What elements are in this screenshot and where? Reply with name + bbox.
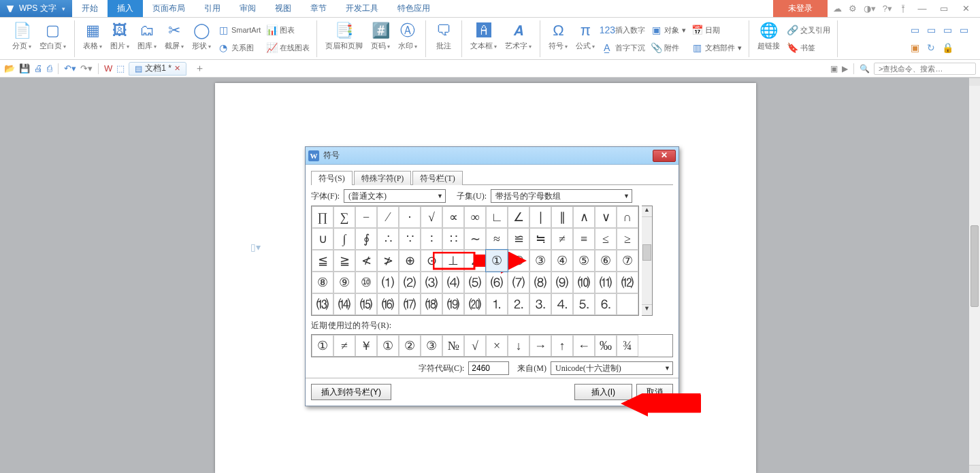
char-code-input[interactable] <box>468 361 509 375</box>
recent-symbol-cell[interactable]: ￥ <box>355 335 377 357</box>
symbol-cell[interactable]: ∧ <box>573 206 595 228</box>
misc3-button[interactable]: ▭ <box>941 22 954 38</box>
symbol-cell[interactable]: ∷ <box>442 228 464 250</box>
dlg-tab-symbols[interactable]: 符号(S) <box>311 171 353 185</box>
symbol-cell[interactable]: ⑸ <box>464 272 486 293</box>
cloud-icon[interactable]: ☁ <box>832 3 843 14</box>
symbol-cell[interactable]: ∪ <box>312 228 333 250</box>
symbol-cell[interactable]: ⑤ <box>573 250 595 272</box>
scroll-down-button[interactable] <box>969 465 980 473</box>
dropcap-button[interactable]: A̲首字下沉 <box>600 39 647 56</box>
symbol-cell[interactable]: √ <box>421 206 442 228</box>
doc-parts-button[interactable]: ▥文档部件▾ <box>690 39 743 56</box>
tab-references[interactable]: 引用 <box>195 0 230 17</box>
maximize-button[interactable]: ▭ <box>935 3 953 15</box>
symbol-cell[interactable]: ≠ <box>551 228 573 250</box>
tab-view[interactable]: 视图 <box>265 0 301 17</box>
print-preview-icon[interactable]: ⎙ <box>47 63 52 74</box>
symbol-cell[interactable]: ⒍ <box>595 293 617 315</box>
symbol-cell[interactable]: ∙ <box>399 206 421 228</box>
search-icon[interactable]: 🔍 <box>860 64 870 74</box>
cancel-button[interactable]: 取消 <box>636 384 673 400</box>
comment-button[interactable]: 🗨 批注 <box>431 20 456 52</box>
tab-special[interactable]: 特色应用 <box>388 0 440 17</box>
tab-dev-tools[interactable]: 开发工具 <box>336 0 388 17</box>
symbol-cell[interactable]: ∶ <box>421 228 442 250</box>
gear-icon[interactable]: ⚙ <box>847 3 858 14</box>
scroll-up-icon[interactable]: ▲ <box>642 206 652 217</box>
misc6-button[interactable]: ↻ <box>924 39 938 56</box>
symbol-cell[interactable]: ⒃ <box>377 293 399 315</box>
dialog-titlebar[interactable]: W 符号 ✕ <box>306 147 679 165</box>
textbox-button[interactable]: 🅰 文本框▾ <box>468 20 500 52</box>
recent-symbol-cell[interactable]: ← <box>573 335 595 357</box>
page-number-button[interactable]: #️⃣ 页码▾ <box>368 20 393 52</box>
from-combo[interactable]: Unicode(十六进制) ▼ <box>551 361 673 375</box>
wps-red-icon[interactable]: W <box>104 63 112 74</box>
symbol-cell[interactable]: ⒉ <box>508 293 529 315</box>
symbol-cell[interactable]: ⑼ <box>551 272 573 293</box>
minimize-button[interactable]: — <box>913 3 931 15</box>
equation-button[interactable]: π 公式▾ <box>573 20 598 52</box>
symbol-cell[interactable]: ≯ <box>377 250 399 272</box>
shapes-button[interactable]: ◯ 形状▾ <box>189 20 214 52</box>
symbol-cell[interactable]: ∕ <box>377 206 399 228</box>
symbol-cell[interactable]: ⑿ <box>617 272 638 293</box>
symbol-cell[interactable]: ⒂ <box>355 293 377 315</box>
header-footer-button[interactable]: 📑 页眉和页脚 <box>323 20 365 52</box>
symbol-cell[interactable]: ⒈ <box>486 293 508 315</box>
insert-number-button[interactable]: 123插入数字 <box>600 22 647 38</box>
symbol-cell[interactable]: ⑩ <box>355 272 377 293</box>
document-tab[interactable]: ▤ 文档1 * ✕ <box>129 62 186 76</box>
font-combo[interactable]: (普通文本) ▼ <box>344 189 446 203</box>
symbol-cell[interactable]: ⒁ <box>333 293 355 315</box>
open-icon[interactable]: 📂 <box>4 63 15 74</box>
symbol-scrollbar[interactable]: ▲ ▼ <box>642 206 653 316</box>
symbol-cell[interactable]: ⑷ <box>442 272 464 293</box>
recent-symbol-cell[interactable]: ① <box>312 335 333 357</box>
symbol-cell[interactable]: ∥ <box>551 206 573 228</box>
watermark-button[interactable]: Ⓐ 水印▾ <box>395 20 420 52</box>
recent-symbol-cell[interactable]: № <box>442 335 464 357</box>
recent-symbol-cell[interactable]: ① <box>377 335 399 357</box>
symbol-cell[interactable]: ⊕ <box>399 250 421 272</box>
scroll-track[interactable] <box>642 217 652 304</box>
symbol-cell[interactable]: ∩ <box>617 206 638 228</box>
recent-symbol-cell[interactable]: ¾ <box>617 335 638 357</box>
crossref-button[interactable]: 🔗交叉引用 <box>785 22 832 38</box>
subset-combo[interactable]: 带括号的字母数组 ▼ <box>491 189 632 203</box>
recent-symbol-cell[interactable]: → <box>529 335 551 357</box>
symbol-cell[interactable]: ⑨ <box>333 272 355 293</box>
symbol-cell[interactable]: ∵ <box>399 228 421 250</box>
arrow-box-icon[interactable]: ⭱ <box>898 3 909 14</box>
symbol-cell[interactable]: ⑦ <box>617 250 638 272</box>
symbol-cell[interactable]: ⒆ <box>442 293 464 315</box>
misc4-button[interactable]: ▭ <box>957 22 970 38</box>
new-doc-button[interactable]: ＋ <box>191 62 209 75</box>
symbol-cell[interactable]: ∑ <box>333 206 355 228</box>
page-break-button[interactable]: 📄 分页▾ <box>10 20 34 52</box>
login-button[interactable]: 未登录 <box>773 0 828 17</box>
symbol-cell[interactable]: ⒋ <box>551 293 573 315</box>
symbol-cell[interactable]: ⒄ <box>399 293 421 315</box>
symbol-cell[interactable]: ≧ <box>333 250 355 272</box>
symbol-cell[interactable]: ∫ <box>333 228 355 250</box>
tab-review[interactable]: 审阅 <box>230 0 265 17</box>
symbol-cell[interactable]: ⑥ <box>595 250 617 272</box>
symbol-cell[interactable]: ⑧ <box>312 272 333 293</box>
recent-symbol-cell[interactable]: √ <box>464 335 486 357</box>
symbol-cell[interactable]: ≌ <box>508 228 529 250</box>
table-button[interactable]: ▦ 表格▾ <box>80 20 105 52</box>
tab-insert[interactable]: 插入 <box>108 0 143 17</box>
misc2-button[interactable]: ▭ <box>924 22 938 38</box>
symbol-cell[interactable]: ⊥ <box>442 250 464 272</box>
view-mode-icon2[interactable]: ▶ <box>842 64 848 74</box>
symbol-cell[interactable]: ≈ <box>486 228 508 250</box>
close-button[interactable]: ✕ <box>957 3 975 15</box>
symbol-cell[interactable]: ① <box>486 250 508 272</box>
scroll-up-button[interactable] <box>969 78 980 86</box>
insert-button[interactable]: 插入(I) <box>574 384 632 400</box>
print-icon[interactable]: 🖨 <box>34 63 43 74</box>
symbol-cell[interactable]: − <box>355 206 377 228</box>
insert-to-bar-button[interactable]: 插入到符号栏(Y) <box>311 384 391 400</box>
